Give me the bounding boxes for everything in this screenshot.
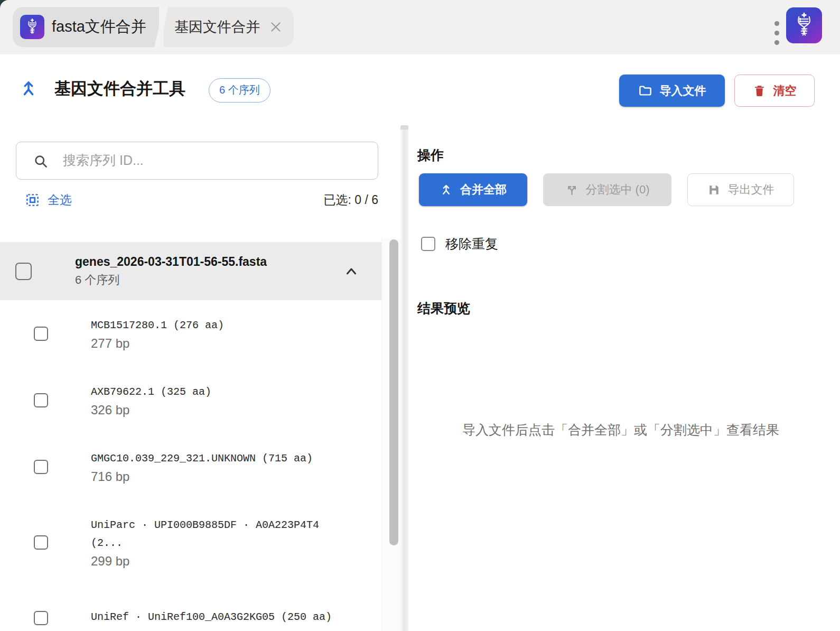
chevron-up-icon[interactable]	[343, 264, 359, 280]
clear-label: 清空	[773, 83, 797, 99]
browser-tab-bar: fasta文件合并 基因文件合并	[0, 0, 840, 54]
sequence-checkbox[interactable]	[34, 611, 48, 625]
file-group-count: 6 个序列	[75, 272, 267, 288]
file-group-header[interactable]: genes_2026-03-31T01-56-55.fasta 6 个序列	[0, 242, 381, 300]
sequence-checkbox[interactable]	[34, 460, 48, 474]
operations-title: 操作	[417, 146, 444, 164]
remove-duplicates-option[interactable]: 移除重复	[421, 235, 498, 253]
select-all-label: 全选	[48, 192, 72, 208]
sequence-list: MCB1517280.1 (276 aa) 277 bp AXB79622.1 …	[0, 300, 381, 631]
file-group-checkbox[interactable]	[15, 263, 32, 280]
app-window: fasta文件合并 基因文件合并	[0, 0, 840, 631]
dna-logo-icon[interactable]	[786, 7, 822, 43]
sequence-row[interactable]: MCB1517280.1 (276 aa) 277 bp	[0, 300, 381, 367]
import-file-label: 导入文件	[660, 83, 706, 99]
sequence-row[interactable]: UniRef · UniRef100_A0A3G2KG05 (250 aa)	[0, 584, 381, 631]
window-corner	[0, 0, 13, 13]
export-file-button[interactable]: 导出文件	[687, 173, 794, 206]
export-file-label: 导出文件	[728, 182, 774, 198]
search-icon	[33, 154, 48, 169]
sequence-id: GMGC10.039_229_321.UNKNOWN (715 aa)	[91, 450, 340, 468]
tab-fasta-merge[interactable]: fasta文件合并	[13, 7, 159, 47]
dna-app-icon	[20, 15, 44, 39]
tab-gene-merge[interactable]: 基因文件合并	[164, 7, 294, 47]
select-all-button[interactable]: 全选	[25, 192, 72, 208]
folder-icon	[638, 83, 652, 98]
file-group-name: genes_2026-03-31T01-56-55.fasta	[75, 255, 267, 269]
sequence-id: AXB79622.1 (325 aa)	[91, 383, 340, 401]
merge-all-label: 合并全部	[460, 182, 507, 198]
panel-divider[interactable]	[400, 125, 408, 631]
sequence-id: UniRef · UniRef100_A0A3G2KG05 (250 aa)	[91, 608, 340, 626]
sequence-length: 277 bp	[91, 336, 340, 351]
tab-gene-merge-label: 基因文件合并	[174, 17, 260, 36]
sequence-checkbox[interactable]	[34, 393, 48, 407]
tab-fasta-merge-label: fasta文件合并	[52, 16, 146, 38]
list-scrollbar-track[interactable]	[381, 238, 400, 631]
kebab-menu-icon[interactable]	[772, 17, 781, 48]
sequence-row[interactable]: AXB79622.1 (325 aa) 326 bp	[0, 367, 381, 433]
tab-group: fasta文件合并 基因文件合并	[13, 7, 294, 47]
merge-icon	[440, 183, 453, 197]
import-file-button[interactable]: 导入文件	[619, 75, 725, 107]
sequence-length: 299 bp	[91, 554, 340, 569]
split-selected-button[interactable]: 分割选中 (0)	[543, 173, 671, 206]
search-input[interactable]	[63, 142, 369, 179]
selected-count: 已选: 0 / 6	[246, 192, 378, 208]
split-icon	[565, 183, 578, 197]
merge-all-button[interactable]: 合并全部	[419, 173, 527, 206]
clear-button[interactable]: 清空	[734, 75, 815, 107]
save-icon	[707, 183, 721, 197]
close-tab-icon[interactable]	[268, 20, 283, 34]
trash-icon	[753, 84, 766, 97]
list-scrollbar-thumb[interactable]	[389, 239, 398, 545]
sequence-checkbox[interactable]	[34, 535, 48, 550]
sequence-count-badge: 6 个序列	[209, 78, 270, 103]
sequence-id: MCB1517280.1 (276 aa)	[91, 317, 340, 335]
result-preview-title: 结果预览	[417, 300, 470, 317]
sequence-row[interactable]: UniParc · UPI000B9885DF · A0A223P4T4 (2.…	[0, 500, 381, 584]
sequence-length: 326 bp	[91, 403, 340, 417]
sequence-row[interactable]: GMGC10.039_229_321.UNKNOWN (715 aa) 716 …	[0, 433, 381, 500]
remove-duplicates-label: 移除重复	[445, 235, 498, 253]
remove-duplicates-checkbox[interactable]	[421, 237, 435, 251]
sequence-checkbox[interactable]	[34, 327, 48, 341]
split-selected-label: 分割选中 (0)	[586, 182, 650, 198]
box-select-icon	[25, 193, 40, 207]
merge-tool-icon	[19, 79, 38, 98]
search-box	[16, 142, 378, 180]
page-title: 基因文件合并工具	[54, 78, 185, 100]
sequence-length: 716 bp	[91, 469, 340, 484]
empty-state-message: 导入文件后点击「合并全部」或「分割选中」查看结果	[416, 421, 825, 439]
sequence-id: UniParc · UPI000B9885DF · A0A223P4T4 (2.…	[91, 516, 340, 552]
